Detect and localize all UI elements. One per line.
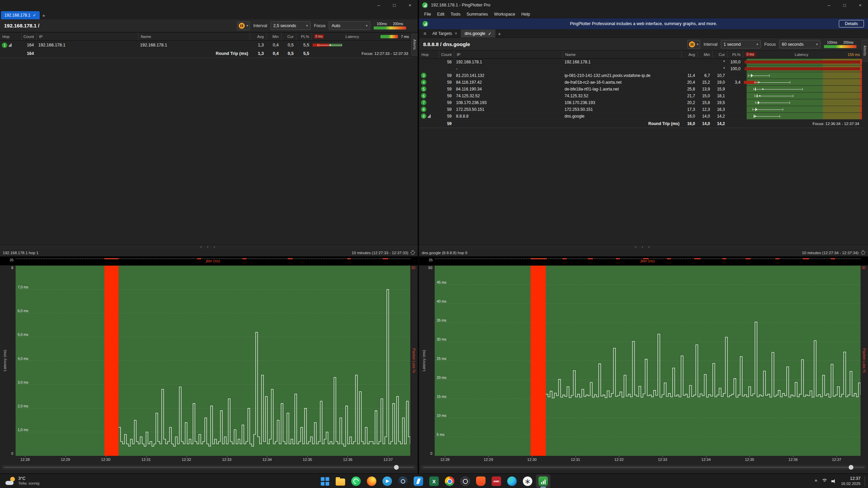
tray-chevron-up-icon[interactable]: ^	[815, 479, 817, 484]
tab-target[interactable]: 192.168.178.1 ✓	[1, 11, 40, 19]
time-scrollbar[interactable]	[1, 465, 416, 470]
taskbar-icon-file-explorer[interactable]	[333, 474, 348, 488]
cur-cell: *	[713, 66, 728, 71]
table-header[interactable]: Hop Count IP Name Avg Min Cur PL% 0 ms L…	[0, 32, 411, 41]
col-pl[interactable]: PL%	[296, 33, 312, 40]
menu-tools[interactable]: Tools	[448, 12, 463, 17]
col-pl[interactable]: PL%	[728, 50, 743, 58]
taskbar-icon-telegram[interactable]	[380, 474, 394, 488]
latency-timeline-plot[interactable]: 45 ms40 ms35 ms30 ms25 ms20 ms15 ms10 ms…	[435, 265, 861, 456]
col-hop[interactable]: Hop	[0, 33, 22, 40]
tab-all-targets[interactable]: All Targets ×	[429, 29, 461, 38]
time-scrollbar[interactable]	[420, 465, 867, 470]
gear-icon[interactable]	[861, 250, 865, 255]
taskbar-icon-chatgpt[interactable]	[520, 474, 535, 488]
new-tab-button[interactable]: +	[495, 29, 504, 38]
chevron-down-icon: ▾	[366, 24, 368, 27]
taskbar-icon-vscode[interactable]	[411, 474, 426, 488]
col-name[interactable]: Name	[138, 33, 250, 40]
maximize-button[interactable]: □	[837, 0, 852, 10]
hop-cell: 9	[419, 113, 439, 119]
col-name[interactable]: Name	[563, 50, 682, 58]
minimize-button[interactable]: –	[821, 0, 837, 10]
left-titlebar[interactable]: – □ ×	[0, 0, 418, 10]
col-latency[interactable]: 0 ms Latency 155 ms	[743, 50, 862, 58]
tab-dns-google[interactable]: dns.google ✓	[461, 29, 495, 38]
close-button[interactable]: ×	[402, 0, 418, 10]
col-hop[interactable]: Hop	[419, 50, 439, 58]
taskbar-icon-whatsapp[interactable]	[349, 474, 363, 488]
taskbar-icon-amd[interactable]	[489, 474, 504, 488]
window-title: 192.168.178.1 - PingPlotter Pro	[431, 3, 490, 7]
right-titlebar[interactable]: 192.168.178.1 - PingPlotter Pro – □ ×	[419, 0, 868, 10]
pause-button[interactable]: ▾	[237, 21, 250, 30]
col-count[interactable]: Count	[439, 50, 454, 58]
taskbar-icon-steam[interactable]	[396, 474, 410, 488]
focus-select[interactable]: 60 seconds ▾	[779, 40, 821, 48]
hop-row[interactable]: 859172.253.50.151172.253.50.15117,312,31…	[419, 106, 862, 113]
taskbar-clock[interactable]: 12:37 16.02.2025	[841, 476, 861, 486]
focus-select[interactable]: Auto ▾	[329, 21, 370, 30]
hop-cell	[419, 65, 439, 72]
table-header[interactable]: Hop Count IP Name Avg Min Cur PL% 0 ms L…	[419, 50, 862, 59]
col-cur[interactable]: Cur	[713, 50, 728, 58]
menu-help[interactable]: Help	[518, 12, 533, 17]
taskbar-icon-start[interactable]	[318, 474, 332, 488]
scrollbar-handle[interactable]	[849, 465, 853, 470]
volume-icon[interactable]	[831, 479, 837, 483]
page-title: 192.168.178.1 /	[4, 23, 39, 28]
pause-button[interactable]: ▾	[687, 40, 700, 49]
taskbar-icon-obs[interactable]	[458, 474, 472, 488]
col-ip[interactable]: IP	[454, 50, 563, 58]
pane-splitter[interactable]: • • •	[419, 245, 868, 249]
network-icon[interactable]	[821, 479, 827, 483]
col-latency[interactable]: 0 ms Latency 7 ms	[312, 33, 411, 40]
menu-summaries[interactable]: Summaries	[463, 12, 491, 17]
taskbar-icon-pingplotter[interactable]	[536, 474, 550, 488]
new-tab-button[interactable]: +	[40, 11, 48, 19]
hop-row[interactable]: 9598.8.8.8dns.google16,014,014,2	[419, 113, 862, 120]
pane-splitter[interactable]: • • •	[0, 245, 418, 249]
taskbar-icon-excel[interactable]	[427, 474, 441, 488]
close-tab-icon[interactable]: ×	[455, 31, 457, 36]
menu-edit[interactable]: Edit	[434, 12, 448, 17]
alerts-tab[interactable]: Alerts	[411, 34, 418, 56]
show-desktop-button[interactable]	[865, 476, 866, 486]
target-list-icon[interactable]: ≡	[421, 29, 429, 38]
menu-workspace[interactable]: Workspace	[491, 12, 518, 17]
taskbar-icon-firefox[interactable]	[364, 474, 379, 488]
menu-file[interactable]: File	[421, 12, 434, 17]
hop-row[interactable]: 58192.168.178.1192.168.178.1*100,0	[419, 59, 862, 65]
jitter-mark	[694, 258, 701, 259]
details-button[interactable]: Details	[839, 20, 864, 27]
gear-icon[interactable]	[411, 250, 415, 255]
hop-row[interactable]: 35981.210.141.132ip-081-210-141-132.um21…	[419, 72, 862, 79]
taskbar-icon-edge[interactable]	[505, 474, 519, 488]
hop-row[interactable]: 65974.125.32.5274.125.32.5221,715,018,1	[419, 93, 862, 99]
scrollbar-handle[interactable]	[394, 465, 399, 470]
taskbar-icon-brave[interactable]	[474, 474, 488, 488]
maximize-button[interactable]: □	[387, 0, 402, 10]
hop-row[interactable]: -*100,0	[419, 65, 862, 72]
alerts-tab[interactable]: Alerts	[862, 40, 868, 62]
col-avg[interactable]: Avg	[682, 50, 698, 58]
hop-row[interactable]: 759108.170.236.193108.170.236.19320,215,…	[419, 99, 862, 106]
hop-row[interactable]: 45984.116.197.42de-fra01b-rc2-ae-16-0.ao…	[419, 79, 862, 86]
hop-row[interactable]: 55984.116.190.34de-bfe18a-rt01-lag-1.aor…	[419, 86, 862, 93]
hop-row[interactable]: 1164192.168.178.1192.168.178.11,30,40,55…	[0, 41, 411, 49]
col-avg[interactable]: Avg	[250, 33, 267, 40]
weather-widget[interactable]: 3°C Teilw. sonnig	[3, 474, 42, 488]
col-count[interactable]: Count	[22, 33, 37, 40]
col-min[interactable]: Min	[698, 50, 713, 58]
col-min[interactable]: Min	[267, 33, 281, 40]
jitter-line: jitter (ms)	[435, 257, 861, 265]
taskbar-icon-chrome[interactable]	[442, 474, 457, 488]
minimize-button[interactable]: –	[371, 0, 387, 10]
ip-cell: 192.168.178.1	[37, 43, 138, 47]
interval-select[interactable]: 2,5 seconds ▾	[271, 21, 311, 30]
close-button[interactable]: ×	[852, 0, 868, 10]
interval-select[interactable]: 1 second ▾	[721, 40, 761, 48]
col-cur[interactable]: Cur	[281, 33, 296, 40]
latency-timeline-plot[interactable]: 7,0 ms6,0 ms5,0 ms4,0 ms3,0 ms2,0 ms1,0 …	[16, 265, 410, 456]
col-ip[interactable]: IP	[37, 33, 138, 40]
